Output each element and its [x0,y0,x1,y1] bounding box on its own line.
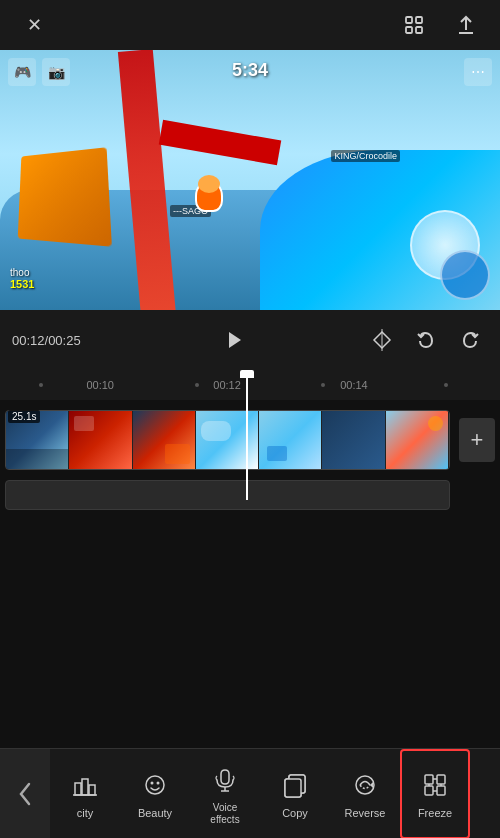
redo-button[interactable] [452,322,488,358]
play-button[interactable] [213,320,253,360]
svg-rect-10 [82,779,88,795]
time-display: 00:12/00:25 [12,333,102,348]
beauty-label: Beauty [138,807,172,820]
svg-rect-2 [406,27,412,33]
reverse-label: Reverse [345,807,386,820]
video-strip[interactable] [5,410,450,470]
strip-duration-label: 25.1s [8,410,40,423]
playhead [246,370,248,500]
ruler-dot-2 [195,383,199,387]
top-bar: ✕ [0,0,500,50]
svg-point-14 [151,781,154,784]
voice-effects-icon [207,762,243,798]
video-preview: ---SAGO KING/Crocodile 5:34 thoo 1531 🎮 … [0,50,500,310]
tool-reverse[interactable]: Reverse [330,749,400,839]
svg-marker-6 [229,332,241,348]
timeline-controls: 00:12/00:25 [0,310,500,370]
export-button[interactable] [448,7,484,43]
add-clip-button[interactable]: + [459,418,495,462]
ruler-dot-3 [321,383,325,387]
tool-city[interactable]: city [50,749,120,839]
undo-icon [415,329,437,351]
svg-rect-1 [416,17,422,23]
copy-label: Copy [282,807,308,820]
svg-rect-3 [416,27,422,33]
strip-frame-3 [133,411,196,469]
beauty-icon [137,767,173,803]
svg-point-13 [146,776,164,794]
audio-strip [5,480,450,510]
strip-frame-6 [322,411,385,469]
score-display: thoo 1531 [10,267,34,290]
redo-icon [459,329,481,351]
fullscreen-icon [403,14,425,36]
tool-freeze[interactable]: Freeze [400,749,470,839]
svg-marker-23 [370,782,373,788]
ruler-label-12: 00:12 [213,379,241,391]
minimap [440,250,490,300]
svg-rect-0 [406,17,412,23]
ruler-label-14: 00:14 [340,379,368,391]
copy-icon [277,767,313,803]
freeze-label: Freeze [418,807,452,820]
fullscreen-button[interactable] [396,7,432,43]
bottom-toolbar: city Beauty [0,748,500,838]
video-strip-container: 25.1s + [0,400,500,480]
city-icon [67,767,103,803]
svg-point-15 [157,781,160,784]
back-button[interactable] [0,749,50,839]
ruler-dot-4 [444,383,448,387]
tool-items: city Beauty [50,749,500,839]
svg-rect-21 [285,779,301,797]
strip-frame-7 [386,411,449,469]
keyframe-icon [371,329,393,351]
video-icon-1: 🎮 [8,58,36,86]
export-icon [455,14,477,36]
undo-button[interactable] [408,322,444,358]
close-button[interactable]: ✕ [16,7,52,43]
playhead-marker [240,370,254,378]
enemy-name-tag: KING/Crocodile [331,150,400,162]
svg-rect-27 [437,786,445,795]
strip-frame-5 [259,411,322,469]
video-timer: 5:34 [232,60,268,81]
city-label: city [77,807,94,820]
tool-copy[interactable]: Copy [260,749,330,839]
svg-rect-25 [437,775,445,784]
ruler-label-10: 00:10 [86,379,114,391]
reverse-icon [347,767,383,803]
tool-voice-effects[interactable]: Voiceeffects [190,749,260,839]
back-icon [15,779,35,809]
keyframe-button[interactable] [364,322,400,358]
play-icon [221,328,245,352]
plus-icon: + [471,427,484,453]
svg-rect-9 [75,783,81,795]
video-icon-menu: ⋯ [464,58,492,86]
video-icon-2: 📷 [42,58,70,86]
svg-rect-24 [425,775,433,784]
strip-frame-4 [196,411,259,469]
freeze-icon [417,767,453,803]
strip-frame-2 [69,411,132,469]
voice-effects-label: Voiceeffects [210,802,239,826]
svg-rect-11 [89,785,95,795]
svg-rect-26 [425,786,433,795]
ruler-dot-1 [39,383,43,387]
tool-beauty[interactable]: Beauty [120,749,190,839]
